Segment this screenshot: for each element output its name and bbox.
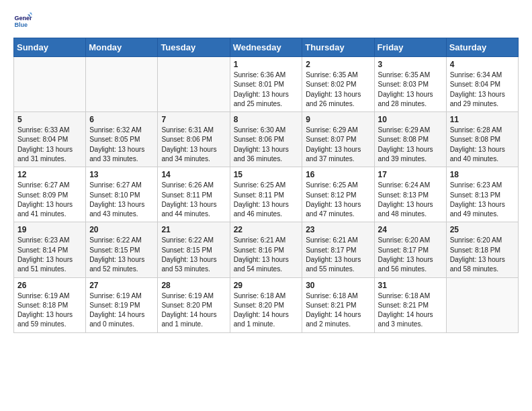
calendar-cell: 23Sunrise: 6:21 AM Sunset: 8:17 PM Dayli… [302, 222, 374, 277]
day-number: 8 [234, 115, 299, 124]
calendar-cell: 29Sunrise: 6:18 AM Sunset: 8:20 PM Dayli… [230, 277, 302, 332]
day-info: Sunrise: 6:30 AM Sunset: 8:06 PM Dayligh… [234, 126, 299, 164]
calendar-cell: 12Sunrise: 6:27 AM Sunset: 8:09 PM Dayli… [14, 167, 86, 222]
day-number: 14 [161, 170, 226, 179]
day-number: 27 [89, 281, 154, 290]
calendar-cell: 30Sunrise: 6:18 AM Sunset: 8:21 PM Dayli… [302, 277, 374, 332]
calendar-cell: 16Sunrise: 6:25 AM Sunset: 8:12 PM Dayli… [302, 167, 374, 222]
day-info: Sunrise: 6:20 AM Sunset: 8:18 PM Dayligh… [450, 236, 515, 274]
day-number: 10 [378, 115, 443, 124]
day-info: Sunrise: 6:33 AM Sunset: 8:04 PM Dayligh… [17, 126, 82, 164]
day-number: 31 [378, 281, 443, 290]
day-number: 15 [234, 170, 299, 179]
calendar-cell: 11Sunrise: 6:28 AM Sunset: 8:08 PM Dayli… [446, 112, 518, 167]
calendar-cell [14, 57, 86, 112]
day-info: Sunrise: 6:18 AM Sunset: 8:21 PM Dayligh… [378, 291, 443, 330]
calendar-cell: 20Sunrise: 6:22 AM Sunset: 8:15 PM Dayli… [86, 222, 158, 277]
day-number: 29 [234, 281, 299, 290]
weekday-header-friday: Friday [374, 38, 446, 57]
day-number: 9 [306, 115, 370, 124]
day-number: 25 [450, 225, 515, 234]
calendar-week-row: 26Sunrise: 6:19 AM Sunset: 8:18 PM Dayli… [14, 277, 519, 332]
calendar-cell: 24Sunrise: 6:20 AM Sunset: 8:17 PM Dayli… [374, 222, 446, 277]
calendar-week-row: 12Sunrise: 6:27 AM Sunset: 8:09 PM Dayli… [14, 167, 519, 222]
day-info: Sunrise: 6:32 AM Sunset: 8:05 PM Dayligh… [89, 126, 154, 164]
calendar-cell: 6Sunrise: 6:32 AM Sunset: 8:05 PM Daylig… [86, 112, 158, 167]
day-info: Sunrise: 6:21 AM Sunset: 8:17 PM Dayligh… [306, 236, 370, 274]
svg-text:Blue: Blue [14, 21, 28, 28]
day-number: 4 [450, 60, 515, 69]
day-info: Sunrise: 6:35 AM Sunset: 8:02 PM Dayligh… [306, 71, 370, 109]
calendar-cell: 26Sunrise: 6:19 AM Sunset: 8:18 PM Dayli… [14, 277, 86, 332]
day-info: Sunrise: 6:27 AM Sunset: 8:10 PM Dayligh… [89, 181, 154, 219]
day-info: Sunrise: 6:19 AM Sunset: 8:19 PM Dayligh… [89, 291, 154, 330]
calendar-cell: 8Sunrise: 6:30 AM Sunset: 8:06 PM Daylig… [230, 112, 302, 167]
calendar-cell: 25Sunrise: 6:20 AM Sunset: 8:18 PM Dayli… [446, 222, 518, 277]
day-info: Sunrise: 6:36 AM Sunset: 8:01 PM Dayligh… [234, 71, 299, 109]
day-number: 19 [17, 225, 82, 234]
day-info: Sunrise: 6:34 AM Sunset: 8:04 PM Dayligh… [450, 71, 515, 109]
day-info: Sunrise: 6:29 AM Sunset: 8:07 PM Dayligh… [306, 126, 370, 164]
calendar-cell: 31Sunrise: 6:18 AM Sunset: 8:21 PM Dayli… [374, 277, 446, 332]
weekday-header-sunday: Sunday [14, 38, 86, 57]
day-number: 2 [306, 60, 370, 69]
day-info: Sunrise: 6:23 AM Sunset: 8:14 PM Dayligh… [17, 236, 82, 274]
day-number: 20 [89, 225, 154, 234]
day-info: Sunrise: 6:31 AM Sunset: 8:06 PM Dayligh… [161, 126, 226, 164]
day-info: Sunrise: 6:28 AM Sunset: 8:08 PM Dayligh… [450, 126, 515, 164]
calendar-cell: 27Sunrise: 6:19 AM Sunset: 8:19 PM Dayli… [86, 277, 158, 332]
day-info: Sunrise: 6:24 AM Sunset: 8:13 PM Dayligh… [378, 181, 443, 219]
calendar-week-row: 1Sunrise: 6:36 AM Sunset: 8:01 PM Daylig… [14, 57, 519, 112]
day-number: 17 [378, 170, 443, 179]
day-number: 11 [450, 115, 515, 124]
page-header: General Blue [13, 11, 519, 30]
day-number: 5 [17, 115, 82, 124]
calendar-table: SundayMondayTuesdayWednesdayThursdayFrid… [13, 38, 519, 333]
day-number: 3 [378, 60, 443, 69]
calendar-cell [446, 277, 518, 332]
calendar-cell: 18Sunrise: 6:23 AM Sunset: 8:13 PM Dayli… [446, 167, 518, 222]
calendar-cell: 7Sunrise: 6:31 AM Sunset: 8:06 PM Daylig… [158, 112, 230, 167]
general-blue-logo-icon: General Blue [13, 11, 32, 30]
day-number: 23 [306, 225, 370, 234]
calendar-cell: 1Sunrise: 6:36 AM Sunset: 8:01 PM Daylig… [230, 57, 302, 112]
weekday-header-tuesday: Tuesday [158, 38, 230, 57]
day-number: 28 [161, 281, 226, 290]
day-info: Sunrise: 6:23 AM Sunset: 8:13 PM Dayligh… [450, 181, 515, 219]
calendar-cell [86, 57, 158, 112]
calendar-week-row: 5Sunrise: 6:33 AM Sunset: 8:04 PM Daylig… [14, 112, 519, 167]
day-info: Sunrise: 6:18 AM Sunset: 8:21 PM Dayligh… [306, 291, 370, 330]
day-info: Sunrise: 6:29 AM Sunset: 8:08 PM Dayligh… [378, 126, 443, 164]
calendar-cell [158, 57, 230, 112]
day-info: Sunrise: 6:26 AM Sunset: 8:11 PM Dayligh… [161, 181, 226, 219]
day-number: 7 [161, 115, 226, 124]
day-number: 24 [378, 225, 443, 234]
calendar-cell: 21Sunrise: 6:22 AM Sunset: 8:15 PM Dayli… [158, 222, 230, 277]
day-info: Sunrise: 6:19 AM Sunset: 8:20 PM Dayligh… [161, 291, 226, 330]
weekday-header-thursday: Thursday [302, 38, 374, 57]
calendar-cell: 14Sunrise: 6:26 AM Sunset: 8:11 PM Dayli… [158, 167, 230, 222]
day-info: Sunrise: 6:22 AM Sunset: 8:15 PM Dayligh… [161, 236, 226, 274]
day-info: Sunrise: 6:20 AM Sunset: 8:17 PM Dayligh… [378, 236, 443, 274]
calendar-cell: 4Sunrise: 6:34 AM Sunset: 8:04 PM Daylig… [446, 57, 518, 112]
calendar-cell: 2Sunrise: 6:35 AM Sunset: 8:02 PM Daylig… [302, 57, 374, 112]
calendar-cell: 9Sunrise: 6:29 AM Sunset: 8:07 PM Daylig… [302, 112, 374, 167]
day-number: 22 [234, 225, 299, 234]
logo: General Blue [13, 11, 35, 30]
day-number: 18 [450, 170, 515, 179]
calendar-week-row: 19Sunrise: 6:23 AM Sunset: 8:14 PM Dayli… [14, 222, 519, 277]
calendar-cell: 28Sunrise: 6:19 AM Sunset: 8:20 PM Dayli… [158, 277, 230, 332]
day-number: 16 [306, 170, 370, 179]
day-info: Sunrise: 6:27 AM Sunset: 8:09 PM Dayligh… [17, 181, 82, 219]
day-info: Sunrise: 6:25 AM Sunset: 8:12 PM Dayligh… [306, 181, 370, 219]
day-number: 6 [89, 115, 154, 124]
calendar-cell: 19Sunrise: 6:23 AM Sunset: 8:14 PM Dayli… [14, 222, 86, 277]
calendar-cell: 22Sunrise: 6:21 AM Sunset: 8:16 PM Dayli… [230, 222, 302, 277]
weekday-header-wednesday: Wednesday [230, 38, 302, 57]
day-info: Sunrise: 6:25 AM Sunset: 8:11 PM Dayligh… [234, 181, 299, 219]
calendar-cell: 17Sunrise: 6:24 AM Sunset: 8:13 PM Dayli… [374, 167, 446, 222]
calendar-cell: 15Sunrise: 6:25 AM Sunset: 8:11 PM Dayli… [230, 167, 302, 222]
day-info: Sunrise: 6:22 AM Sunset: 8:15 PM Dayligh… [89, 236, 154, 274]
day-number: 12 [17, 170, 82, 179]
calendar-header-row: SundayMondayTuesdayWednesdayThursdayFrid… [14, 38, 519, 57]
